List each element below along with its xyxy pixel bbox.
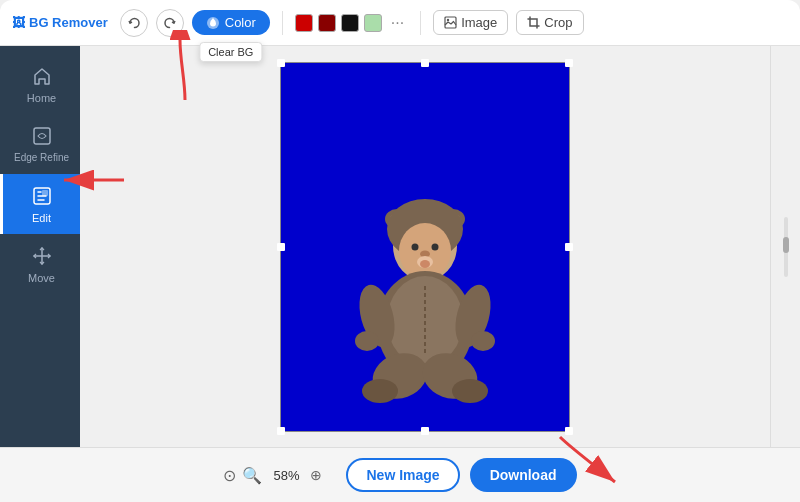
sidebar-item-edit[interactable]: Edit (0, 174, 80, 234)
color-swatches: ··· (295, 14, 408, 32)
canvas-container (80, 46, 770, 447)
sidebar-move-label: Move (28, 272, 55, 284)
handle-middle-right[interactable] (565, 243, 573, 251)
right-panel (770, 46, 800, 447)
redo-icon (163, 16, 177, 30)
handle-bottom-left[interactable] (277, 427, 285, 435)
sidebar-home-label: Home (27, 92, 56, 104)
handle-bottom-right[interactable] (565, 427, 573, 435)
download-button[interactable]: Download (470, 458, 577, 492)
crop-icon (527, 16, 540, 29)
app-logo: 🖼 BG Remover (12, 15, 108, 30)
sidebar: Home Edge Refine Edit (0, 46, 80, 447)
handle-top-middle[interactable] (421, 59, 429, 67)
svg-point-17 (420, 260, 430, 268)
sidebar-edge-refine-label: Edge Refine (14, 152, 69, 164)
handle-top-left[interactable] (277, 59, 285, 67)
color-icon (206, 16, 220, 30)
image-button[interactable]: Image (433, 10, 508, 35)
clear-bg-tooltip: Clear BG (199, 42, 262, 62)
svg-point-13 (412, 243, 419, 250)
handle-top-right[interactable] (565, 59, 573, 67)
color-swatch-darkred[interactable] (318, 14, 336, 32)
zoom-reset-icon[interactable]: ⊙ (223, 466, 236, 485)
app-icon: 🖼 (12, 15, 25, 30)
color-swatch-lightgreen[interactable] (364, 14, 382, 32)
new-image-button[interactable]: New Image (346, 458, 459, 492)
handle-middle-left[interactable] (277, 243, 285, 251)
zoom-controls: ⊙ 🔍 58% ⊕ (223, 466, 322, 485)
baby-figure (345, 191, 505, 411)
sidebar-item-home[interactable]: Home (0, 54, 80, 114)
zoom-value: 58% (268, 468, 304, 483)
svg-point-22 (355, 331, 379, 351)
main-layout: Home Edge Refine Edit (0, 46, 800, 447)
zoom-in-icon[interactable]: ⊕ (310, 467, 322, 483)
svg-rect-30 (783, 237, 789, 253)
handle-bottom-middle[interactable] (421, 427, 429, 435)
sidebar-item-move[interactable]: Move (0, 234, 80, 294)
edit-icon (30, 184, 54, 208)
more-colors-button[interactable]: ··· (387, 14, 408, 32)
crop-button[interactable]: Crop (516, 10, 583, 35)
home-icon (30, 64, 54, 88)
sidebar-item-edge-refine[interactable]: Edge Refine (0, 114, 80, 174)
baby-svg (345, 191, 505, 411)
move-icon (30, 244, 54, 268)
bottom-actions: New Image Download (346, 458, 576, 492)
canvas-wrapper (280, 62, 570, 432)
sidebar-edit-label: Edit (32, 212, 51, 224)
color-swatch-red[interactable] (295, 14, 313, 32)
canvas-background[interactable] (280, 62, 570, 432)
separator-2 (420, 11, 421, 35)
color-tool-wrapper: Color Clear BG (192, 10, 270, 35)
color-button[interactable]: Color (192, 10, 270, 35)
color-swatch-black[interactable] (341, 14, 359, 32)
svg-rect-5 (42, 190, 48, 196)
svg-rect-3 (34, 128, 50, 144)
svg-point-2 (447, 19, 449, 21)
top-bar: 🖼 BG Remover Color Clear BG (0, 0, 800, 46)
separator-1 (282, 11, 283, 35)
undo-button[interactable] (120, 9, 148, 37)
scroll-indicator (778, 217, 794, 277)
svg-point-23 (471, 331, 495, 351)
redo-button[interactable] (156, 9, 184, 37)
image-icon (444, 16, 457, 29)
edge-refine-icon (30, 124, 54, 148)
zoom-out-icon[interactable]: 🔍 (242, 466, 262, 485)
bottom-bar: ⊙ 🔍 58% ⊕ New Image Download (0, 447, 800, 502)
svg-point-14 (432, 243, 439, 250)
svg-point-26 (362, 379, 398, 403)
undo-icon (127, 16, 141, 30)
svg-point-27 (452, 379, 488, 403)
